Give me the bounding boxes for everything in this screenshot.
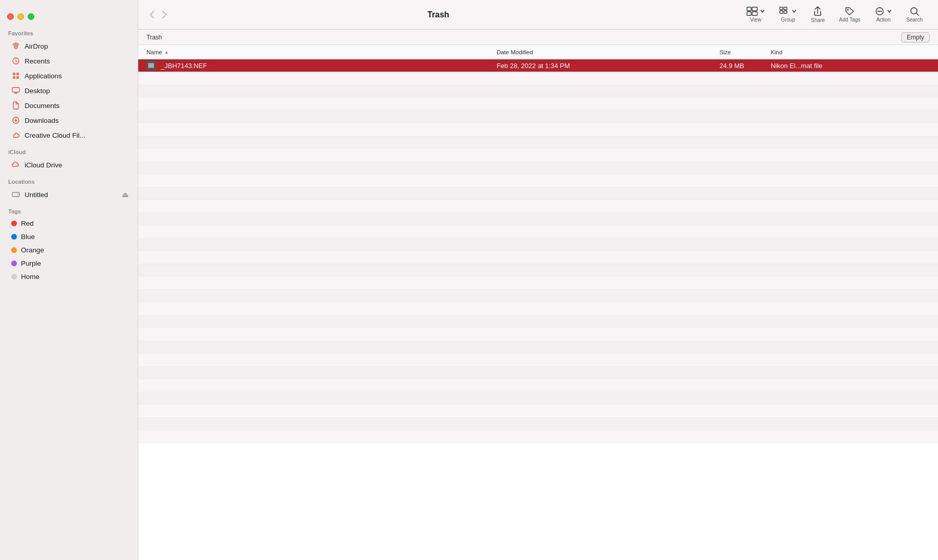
table-row[interactable] bbox=[138, 392, 938, 405]
orange-tag-dot bbox=[11, 247, 17, 253]
sidebar-item-untitled[interactable]: Untitled ⏏ bbox=[3, 187, 135, 202]
sidebar-item-creative-cloud[interactable]: Creative Cloud Fil... bbox=[3, 128, 135, 142]
table-row[interactable] bbox=[138, 277, 938, 290]
sidebar-item-desktop[interactable]: Desktop bbox=[3, 83, 135, 98]
table-row[interactable] bbox=[138, 72, 938, 85]
applications-label: Applications bbox=[25, 72, 129, 80]
sidebar-item-tag-red[interactable]: Red bbox=[3, 217, 135, 230]
table-row[interactable] bbox=[138, 98, 938, 111]
table-row[interactable] bbox=[138, 111, 938, 123]
svg-point-10 bbox=[17, 194, 18, 195]
sidebar-item-tag-orange[interactable]: Orange bbox=[3, 244, 135, 256]
column-date-header[interactable]: Date Modified bbox=[497, 49, 719, 55]
table-row[interactable] bbox=[138, 239, 938, 251]
sidebar-item-tag-blue[interactable]: Blue bbox=[3, 230, 135, 243]
sidebar-item-applications[interactable]: Applications bbox=[3, 69, 135, 83]
table-row[interactable] bbox=[138, 251, 938, 264]
sidebar-item-tag-home[interactable]: Home bbox=[3, 270, 135, 283]
sort-arrow: ▲ bbox=[164, 50, 169, 55]
table-row[interactable] bbox=[138, 264, 938, 277]
icloud-section-label: iCloud bbox=[0, 143, 138, 157]
table-row[interactable] bbox=[138, 290, 938, 303]
view-label: View bbox=[750, 17, 761, 23]
table-row[interactable] bbox=[138, 418, 938, 430]
traffic-lights bbox=[0, 6, 138, 24]
sidebar-item-tag-purple[interactable]: Purple bbox=[3, 257, 135, 270]
file-list: _JBH7143.NEF Feb 28, 2022 at 1:34 PM 24.… bbox=[138, 59, 938, 560]
table-row[interactable] bbox=[138, 175, 938, 187]
search-button[interactable]: Search bbox=[899, 5, 930, 25]
sidebar-item-documents[interactable]: Documents bbox=[3, 98, 135, 113]
svg-point-19 bbox=[847, 9, 848, 11]
toolbar: Trash View bbox=[138, 0, 938, 30]
tags-section-label: Tags bbox=[0, 202, 138, 217]
table-row[interactable] bbox=[138, 149, 938, 162]
eject-icon[interactable]: ⏏ bbox=[122, 190, 129, 199]
table-row[interactable] bbox=[138, 200, 938, 213]
svg-point-1 bbox=[15, 47, 16, 48]
svg-rect-17 bbox=[780, 11, 783, 13]
downloads-label: Downloads bbox=[25, 117, 129, 124]
table-row[interactable] bbox=[138, 162, 938, 175]
sidebar-item-icloud-drive[interactable]: iCloud Drive bbox=[3, 158, 135, 172]
action-icon bbox=[875, 7, 892, 16]
group-icon bbox=[779, 7, 797, 16]
svg-point-21 bbox=[878, 11, 879, 12]
table-row[interactable] bbox=[138, 303, 938, 315]
svg-rect-11 bbox=[747, 7, 751, 11]
red-tag-label: Red bbox=[21, 220, 129, 227]
column-name-header[interactable]: Name ▲ bbox=[146, 49, 497, 55]
action-button[interactable]: Action bbox=[867, 5, 899, 25]
recents-icon bbox=[11, 56, 20, 66]
group-button[interactable]: Group bbox=[772, 5, 804, 25]
maximize-button[interactable] bbox=[28, 13, 34, 20]
desktop-icon bbox=[11, 86, 20, 95]
table-row[interactable] bbox=[138, 213, 938, 226]
table-row[interactable] bbox=[138, 341, 938, 354]
table-row[interactable] bbox=[138, 85, 938, 98]
blue-tag-dot bbox=[11, 234, 17, 240]
icloud-icon bbox=[11, 160, 20, 169]
share-button[interactable]: Share bbox=[804, 4, 832, 25]
table-row[interactable] bbox=[138, 136, 938, 149]
toolbar-actions: View Group bbox=[739, 4, 930, 25]
svg-rect-3 bbox=[13, 73, 15, 75]
search-icon bbox=[910, 7, 919, 16]
view-button[interactable]: View bbox=[739, 5, 772, 25]
table-row[interactable] bbox=[138, 405, 938, 418]
add-tags-button[interactable]: Add Tags bbox=[832, 5, 868, 25]
table-row[interactable] bbox=[138, 226, 938, 239]
table-row[interactable] bbox=[138, 187, 938, 200]
table-row[interactable] bbox=[138, 315, 938, 328]
table-row[interactable] bbox=[138, 354, 938, 367]
table-row[interactable] bbox=[138, 379, 938, 392]
table-row[interactable] bbox=[138, 123, 938, 136]
column-kind-header[interactable]: Kind bbox=[771, 49, 930, 55]
sidebar-item-airdrop[interactable]: AirDrop bbox=[3, 39, 135, 53]
untitled-label: Untitled bbox=[25, 191, 118, 199]
documents-label: Documents bbox=[25, 102, 129, 110]
purple-tag-dot bbox=[11, 261, 17, 266]
table-row[interactable]: _JBH7143.NEF Feb 28, 2022 at 1:34 PM 24.… bbox=[138, 59, 938, 72]
table-row[interactable] bbox=[138, 328, 938, 341]
orange-tag-label: Orange bbox=[21, 246, 129, 254]
airdrop-label: AirDrop bbox=[25, 42, 129, 50]
close-button[interactable] bbox=[7, 13, 14, 20]
column-size-header[interactable]: Size bbox=[719, 49, 771, 55]
sidebar-item-downloads[interactable]: Downloads bbox=[3, 113, 135, 127]
empty-button[interactable]: Empty bbox=[901, 32, 930, 42]
svg-rect-5 bbox=[13, 76, 15, 79]
home-tag-dot bbox=[11, 274, 17, 279]
applications-icon bbox=[11, 71, 20, 80]
purple-tag-label: Purple bbox=[21, 260, 129, 267]
table-row[interactable] bbox=[138, 367, 938, 379]
minimize-button[interactable] bbox=[17, 13, 24, 20]
locations-section-label: Locations bbox=[0, 173, 138, 187]
svg-rect-12 bbox=[752, 7, 757, 11]
svg-rect-6 bbox=[16, 76, 19, 79]
sidebar-item-recents[interactable]: Recents bbox=[3, 54, 135, 68]
svg-rect-14 bbox=[752, 12, 757, 15]
creative-cloud-icon bbox=[11, 131, 20, 140]
file-list-header: Name ▲ Date Modified Size Kind bbox=[138, 45, 938, 59]
table-row[interactable] bbox=[138, 430, 938, 443]
